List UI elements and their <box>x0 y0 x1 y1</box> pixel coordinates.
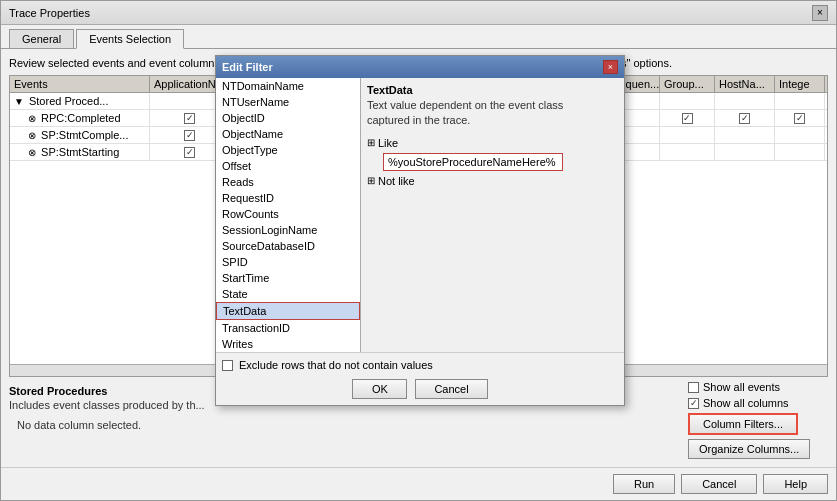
footer-bar: Run Cancel Help <box>1 467 836 500</box>
list-item[interactable]: SessionLoginName <box>216 222 360 238</box>
dialog-body: NTDomainName NTUserName ObjectID ObjectN… <box>216 78 624 352</box>
dialog-buttons: OK Cancel <box>222 379 618 399</box>
window-title: Trace Properties <box>9 7 90 19</box>
like-label: Like <box>378 137 398 149</box>
list-item[interactable]: State <box>216 286 360 302</box>
help-button[interactable]: Help <box>763 474 828 494</box>
dialog-title-bar: Edit Filter × <box>216 56 624 78</box>
expand-icon: ⊞ <box>367 175 375 186</box>
show-all-events-checkbox[interactable] <box>688 382 699 393</box>
col-intege: Intege <box>775 76 825 92</box>
dialog-title: Edit Filter <box>222 61 273 73</box>
intege-checkbox[interactable] <box>794 113 805 124</box>
list-item[interactable]: RowCounts <box>216 206 360 222</box>
expand-icon: ⊞ <box>367 137 375 148</box>
expand-icon: ⊗ <box>28 147 36 158</box>
list-item-selected[interactable]: TextData <box>216 302 360 320</box>
col-events: Events <box>10 76 150 92</box>
expand-icon: ⊗ <box>28 130 36 141</box>
edit-filter-dialog: Edit Filter × NTDomainName NTUserName Ob… <box>215 55 625 406</box>
row-events-group: ▼ Stored Proced... <box>10 93 150 109</box>
show-all-columns-label: Show all columns <box>703 397 789 409</box>
filter-items-list: NTDomainName NTUserName ObjectID ObjectN… <box>216 78 361 352</box>
col-hostname: HostNa... <box>715 76 775 92</box>
organize-columns-button[interactable]: Organize Columns... <box>688 439 810 459</box>
dialog-bottom: Exclude rows that do not contain values … <box>216 352 624 405</box>
no-column-label: No data column selected. <box>9 415 680 435</box>
list-item[interactable]: Offset <box>216 158 360 174</box>
appname-checkbox2[interactable] <box>184 130 195 141</box>
show-all-columns-row: Show all columns <box>688 397 789 409</box>
like-value-input[interactable] <box>383 153 563 171</box>
expand-icon: ⊗ <box>28 113 36 124</box>
filter-field-description: Text value dependent on the event classc… <box>367 98 618 129</box>
column-filters-button[interactable]: Column Filters... <box>688 413 798 435</box>
dialog-ok-button[interactable]: OK <box>352 379 407 399</box>
list-item[interactable]: ObjectName <box>216 126 360 142</box>
list-item[interactable]: Writes <box>216 336 360 352</box>
list-item[interactable]: ObjectType <box>216 142 360 158</box>
dialog-close-button[interactable]: × <box>603 60 618 74</box>
not-like-tree-item: ⊞ Not like <box>367 175 618 187</box>
run-button[interactable]: Run <box>613 474 675 494</box>
show-all-events-row: Show all events <box>688 381 780 393</box>
list-item[interactable]: SPID <box>216 254 360 270</box>
list-item[interactable]: TransactionID <box>216 320 360 336</box>
dialog-cancel-button[interactable]: Cancel <box>415 379 487 399</box>
cancel-button[interactable]: Cancel <box>681 474 757 494</box>
list-item[interactable]: ObjectID <box>216 110 360 126</box>
show-all-columns-checkbox[interactable] <box>688 398 699 409</box>
not-like-label: Not like <box>378 175 415 187</box>
tab-general[interactable]: General <box>9 29 74 49</box>
filter-tree: ⊞ Like ⊞ Not like <box>367 137 618 346</box>
list-item[interactable]: RequestID <box>216 190 360 206</box>
filter-right-panel: TextData Text value dependent on the eve… <box>361 78 624 352</box>
appname-checkbox3[interactable] <box>184 147 195 158</box>
list-item[interactable]: Reads <box>216 174 360 190</box>
filter-field-title: TextData <box>367 84 618 96</box>
window-close-button[interactable]: × <box>812 5 828 21</box>
exclude-checkbox[interactable] <box>222 360 233 371</box>
show-all-events-label: Show all events <box>703 381 780 393</box>
list-item[interactable]: StartTime <box>216 270 360 286</box>
list-item[interactable]: SourceDatabaseID <box>216 238 360 254</box>
expand-icon: ▼ <box>14 96 24 107</box>
tabs-row: General Events Selection <box>1 25 836 49</box>
exclude-label: Exclude rows that do not contain values <box>239 359 433 371</box>
hostname-checkbox[interactable] <box>739 113 750 124</box>
exclude-row: Exclude rows that do not contain values <box>222 359 618 371</box>
list-item[interactable]: NTDomainName <box>216 78 360 94</box>
list-item[interactable]: NTUserName <box>216 94 360 110</box>
title-bar: Trace Properties × <box>1 1 836 25</box>
appname-checkbox[interactable] <box>184 113 195 124</box>
group-checkbox[interactable] <box>682 113 693 124</box>
col-group: Group... <box>660 76 715 92</box>
tab-events-selection[interactable]: Events Selection <box>76 29 184 49</box>
like-tree-item: ⊞ Like <box>367 137 618 149</box>
